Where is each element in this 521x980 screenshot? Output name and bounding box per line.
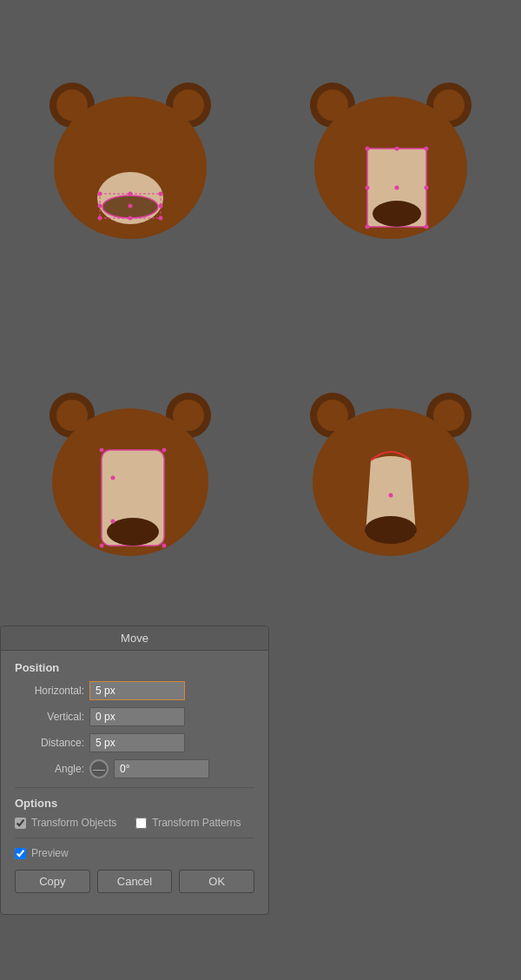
angle-dial-icon[interactable]: — — [89, 759, 109, 778]
transform-objects-row: Transform Objects Transform Patterns — [15, 817, 254, 829]
preview-label: Preview — [31, 847, 69, 859]
svg-point-23 — [373, 201, 421, 227]
svg-point-50 — [365, 516, 417, 544]
svg-point-8 — [98, 191, 102, 195]
move-dialog: Move Position Horizontal: Vertical: Dist… — [0, 626, 269, 915]
position-section-label: Position — [15, 661, 254, 674]
svg-point-10 — [98, 215, 102, 220]
preview-row: Preview — [15, 847, 254, 859]
bear-svg-1 — [39, 72, 221, 242]
angle-row: Angle: — — [15, 759, 254, 778]
horizontal-input[interactable] — [89, 681, 185, 700]
svg-point-27 — [425, 224, 429, 228]
bear-panel-4 — [260, 313, 521, 626]
svg-point-24 — [366, 146, 370, 150]
distance-row: Distance: — [15, 733, 254, 752]
svg-point-16 — [129, 203, 133, 208]
bear-panel-1 — [0, 0, 260, 313]
transform-patterns-label: Transform Patterns — [152, 817, 241, 829]
divider-1 — [15, 787, 254, 788]
svg-point-15 — [159, 203, 163, 208]
horizontal-label: Horizontal: — [15, 685, 84, 697]
bear-svg-4 — [300, 382, 482, 556]
ok-button[interactable]: OK — [179, 870, 254, 893]
options-label: Options — [15, 797, 254, 810]
svg-point-9 — [159, 191, 163, 195]
bear-panel-2 — [260, 0, 521, 313]
svg-point-12 — [129, 191, 133, 195]
canvas-area — [0, 0, 521, 626]
preview-checkbox[interactable] — [15, 848, 26, 859]
svg-point-11 — [159, 215, 163, 220]
bear-svg-2 — [300, 72, 482, 242]
svg-point-29 — [366, 185, 370, 189]
transform-objects-label: Transform Objects — [31, 817, 116, 829]
svg-point-40 — [111, 520, 115, 524]
buttons-row: Copy Cancel OK — [15, 870, 254, 904]
bear-panel-3 — [0, 313, 260, 626]
svg-point-51 — [389, 493, 393, 498]
bear-svg-3 — [39, 382, 221, 556]
svg-point-28 — [395, 146, 399, 150]
angle-input[interactable] — [114, 759, 209, 778]
distance-input[interactable] — [89, 733, 185, 752]
cancel-button[interactable]: Cancel — [97, 870, 173, 893]
vertical-label: Vertical: — [15, 711, 84, 723]
svg-point-13 — [129, 215, 133, 220]
svg-point-44 — [162, 544, 167, 548]
svg-point-41 — [100, 448, 104, 453]
dialog-title: Move — [1, 626, 268, 651]
svg-point-30 — [425, 185, 429, 189]
options-section: Options Transform Objects Transform Patt… — [15, 797, 254, 829]
svg-point-26 — [366, 224, 370, 228]
vertical-row: Vertical: — [15, 707, 254, 726]
copy-button[interactable]: Copy — [15, 870, 90, 893]
angle-label: Angle: — [15, 763, 84, 775]
svg-point-25 — [425, 146, 429, 150]
vertical-input[interactable] — [89, 707, 185, 726]
horizontal-row: Horizontal: — [15, 681, 254, 700]
svg-point-31 — [395, 185, 399, 189]
svg-point-14 — [98, 203, 102, 208]
svg-point-43 — [100, 544, 104, 548]
svg-point-42 — [162, 448, 167, 453]
transform-objects-checkbox[interactable] — [15, 818, 26, 829]
divider-2 — [15, 838, 254, 838]
transform-patterns-checkbox[interactable] — [135, 818, 147, 829]
distance-label: Distance: — [15, 737, 84, 749]
svg-point-39 — [111, 476, 115, 480]
